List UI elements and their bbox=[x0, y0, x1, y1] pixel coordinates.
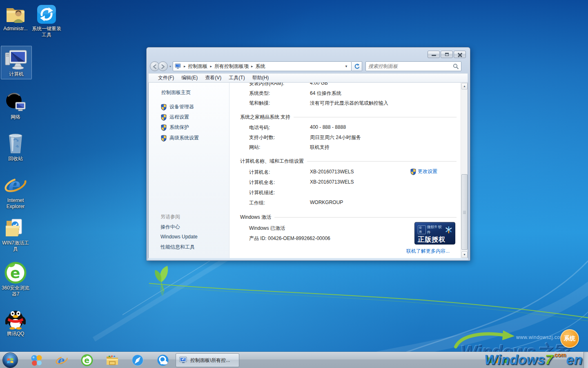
learn-more-online-link[interactable]: 联机了解更多内容... bbox=[406, 248, 450, 255]
desktop-icon-win7-activate-tool[interactable]: WIN7激活工具 bbox=[0, 217, 31, 252]
website-label: 网站: bbox=[249, 144, 260, 151]
sidebar-item-label: 设备管理器 bbox=[169, 103, 194, 110]
refresh-button[interactable] bbox=[352, 61, 362, 71]
window-titlebar[interactable] bbox=[147, 47, 470, 60]
sidebar-item-device-manager[interactable]: 设备管理器 bbox=[161, 103, 194, 110]
svg-text:e: e bbox=[7, 174, 20, 196]
breadcrumb-item-system[interactable]: 系统 bbox=[256, 63, 265, 70]
breadcrumb-item-all-items[interactable]: 所有控制面板项 bbox=[214, 63, 249, 70]
reinstall-tool-icon bbox=[31, 2, 62, 25]
search-box[interactable] bbox=[365, 61, 461, 71]
sprout-graphic bbox=[155, 266, 168, 296]
support-section-title: 系统之家精品系统 支持 bbox=[240, 114, 290, 121]
desktop-icon-administrator[interactable]: Administr... bbox=[0, 2, 31, 32]
taskbar-watermark-prefix: Windows bbox=[484, 352, 545, 367]
badge-line2: 正版授权 bbox=[415, 235, 455, 244]
maximize-icon bbox=[445, 53, 449, 56]
desktop-icon-label: 计算机 bbox=[1, 71, 31, 77]
menu-bar: 文件(F) 编辑(E) 查看(V) 工具(T) 帮助(H) bbox=[148, 73, 468, 83]
internet-explorer-icon: e bbox=[0, 174, 31, 196]
start-button[interactable] bbox=[2, 352, 18, 368]
taskbar-item-360-safe[interactable] bbox=[24, 352, 49, 368]
address-bar: ▾ ▸ 控制面板 ▸ 所有控制面板项 ▸ 系统 ▼ bbox=[150, 61, 467, 72]
forward-button[interactable] bbox=[158, 61, 168, 71]
scroll-down-icon: ▼ bbox=[463, 253, 466, 256]
compass-browser-icon bbox=[131, 354, 144, 366]
uac-shield-icon bbox=[161, 135, 167, 141]
taskbar-item-windows-explorer[interactable] bbox=[100, 352, 125, 368]
breadcrumb[interactable]: ▸ 控制面板 ▸ 所有控制面板项 ▸ 系统 ▼ bbox=[173, 61, 352, 71]
desktop-icon-computer[interactable]: 计算机 bbox=[1, 46, 32, 79]
breadcrumb-separator-icon: ▸ bbox=[210, 64, 212, 68]
taskbar-item-qq-browser[interactable] bbox=[150, 352, 176, 368]
menu-help[interactable]: 帮助(H) bbox=[249, 74, 273, 82]
desktop-icon-reinstall-tool[interactable]: 系统一键重装工具 bbox=[31, 2, 62, 38]
vertical-scrollbar[interactable]: ▲ ▼ bbox=[461, 83, 468, 258]
sidebar-item-control-panel-home[interactable]: 控制面板主页 bbox=[161, 89, 191, 96]
desktop-icon-label: WIN7激活工具 bbox=[0, 240, 31, 252]
menu-file[interactable]: 文件(F) bbox=[154, 74, 178, 82]
svg-text:e: e bbox=[10, 265, 20, 281]
watermark-url: www.windowszj.com bbox=[516, 334, 564, 340]
menu-view[interactable]: 查看(V) bbox=[201, 74, 225, 82]
pen-touch-label: 笔和触摸: bbox=[249, 100, 270, 107]
desktop-icon-label: 360安全浏览器7 bbox=[0, 285, 31, 297]
maximize-button[interactable] bbox=[441, 51, 453, 58]
close-button[interactable] bbox=[454, 51, 466, 58]
sidebar-item-remote-settings[interactable]: 远程设置 bbox=[161, 114, 189, 121]
desktop-icon-recycle-bin[interactable]: 回收站 bbox=[0, 132, 31, 162]
change-settings-link[interactable]: 更改设置 bbox=[410, 168, 437, 175]
close-icon bbox=[454, 51, 466, 58]
sidebar-item-action-center[interactable]: 操作中心 bbox=[160, 224, 180, 231]
network-icon bbox=[0, 91, 31, 113]
menu-tools[interactable]: 工具(T) bbox=[225, 74, 248, 82]
badge-use-tag: 使用 bbox=[418, 225, 426, 234]
computer-fullname-label: 计算机全名: bbox=[249, 179, 275, 186]
workgroup-value: WORKGROUP bbox=[310, 200, 343, 205]
online-support-link[interactable]: 联机支持 bbox=[310, 144, 330, 151]
section-rule bbox=[307, 161, 457, 162]
taskbar-watermark: Windows7.comen bbox=[484, 352, 582, 368]
pen-touch-value: 没有可用于此显示器的笔或触控输入 bbox=[310, 100, 388, 107]
minimize-button[interactable] bbox=[428, 51, 440, 58]
taskbar-active-task-control-panel[interactable]: 控制面板\所有控... bbox=[176, 353, 239, 367]
windows-flag-icon bbox=[6, 356, 15, 365]
desktop-icon-qq[interactable]: 腾讯QQ bbox=[0, 307, 31, 337]
desktop-icon-network[interactable]: 网络 bbox=[0, 91, 31, 120]
control-panel-window-icon bbox=[179, 357, 187, 364]
sidebar-item-performance-tools[interactable]: 性能信息和工具 bbox=[160, 244, 195, 251]
search-icon[interactable] bbox=[453, 63, 459, 69]
scroll-down-button[interactable]: ▼ bbox=[461, 251, 468, 258]
ram-value: 4.00 GB bbox=[310, 83, 328, 86]
taskbar-item-360-browser[interactable]: e bbox=[74, 352, 100, 368]
taskbar-item-compass-browser[interactable] bbox=[125, 352, 150, 368]
watermark-bubble: 系统 bbox=[560, 329, 579, 348]
system-type-label: 系统类型: bbox=[249, 90, 270, 97]
phone-label: 电话号码: bbox=[249, 124, 270, 131]
taskbar-watermark-dotcom: .com bbox=[553, 352, 566, 358]
sidebar-item-windows-update[interactable]: Windows Update bbox=[160, 234, 198, 240]
breadcrumb-dropdown-icon[interactable]: ▼ bbox=[343, 65, 350, 68]
menu-edit[interactable]: 编辑(E) bbox=[178, 74, 201, 82]
computer-name-label: 计算机名: bbox=[249, 169, 270, 176]
scrollbar-thumb[interactable] bbox=[461, 174, 468, 250]
search-input[interactable] bbox=[368, 63, 453, 69]
qq-browser-icon bbox=[157, 354, 169, 366]
badge-line1: 微软® 软件 bbox=[427, 224, 445, 235]
ram-label: 安装内存(RAM): bbox=[249, 83, 284, 87]
desktop-icon-360-browser[interactable]: e 360安全浏览器7 bbox=[0, 262, 31, 297]
sidebar: 控制面板主页 设备管理器 bbox=[149, 83, 229, 258]
sidebar-item-advanced-settings[interactable]: 高级系统设置 bbox=[161, 135, 199, 141]
desktop-icon-internet-explorer[interactable]: e Internet Explorer bbox=[0, 174, 31, 210]
breadcrumb-item-control-panel[interactable]: 控制面板 bbox=[188, 63, 208, 70]
taskbar-item-internet-explorer[interactable]: e bbox=[49, 352, 74, 368]
system-type-value: 64 位操作系统 bbox=[310, 90, 341, 97]
change-settings-label[interactable]: 更改设置 bbox=[418, 168, 437, 175]
win7-tool-folder-icon bbox=[0, 217, 31, 239]
genuine-star-icon bbox=[445, 226, 452, 233]
show-desktop-button[interactable] bbox=[584, 352, 588, 368]
qq-penguin-icon bbox=[0, 307, 31, 330]
sidebar-item-system-protection[interactable]: 系统保护 bbox=[161, 124, 189, 131]
nav-history-dropdown-icon[interactable]: ▾ bbox=[169, 65, 171, 68]
scroll-up-button[interactable]: ▲ bbox=[461, 83, 468, 90]
